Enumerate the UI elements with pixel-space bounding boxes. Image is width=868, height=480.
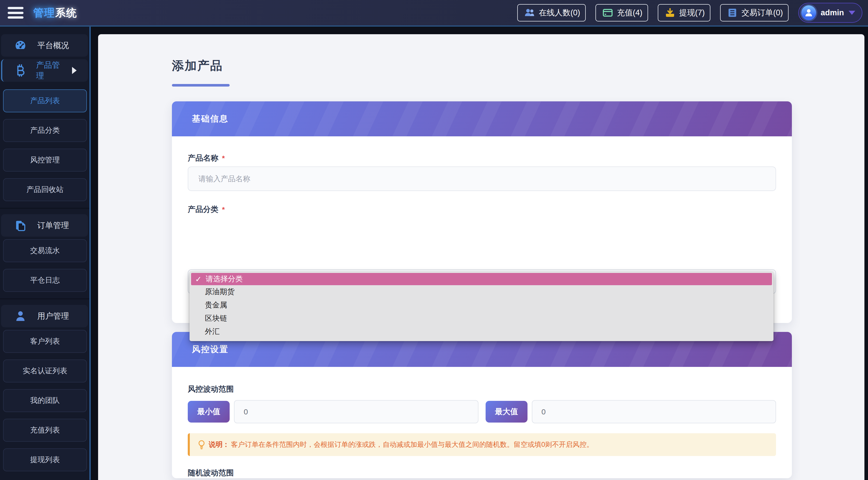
bulb-icon: [198, 440, 205, 450]
sidebar: 平台概况 产品管理 产品列表 产品分类 风: [0, 27, 91, 480]
recharge-label: 充值(4): [617, 7, 643, 18]
trade-orders-icon: [726, 8, 739, 18]
min-value-input[interactable]: [234, 400, 478, 423]
chevron-down-icon: [848, 11, 855, 15]
dropdown-option[interactable]: 原油期货: [190, 285, 774, 298]
risk-note-text: 说明：客户订单在条件范围内时，会根据订单的涨或跌，自动减或加最小值与最大值之间的…: [209, 440, 593, 450]
sidebar-item-label: 产品管理: [36, 60, 62, 81]
sidebar-subitem-label: 平仓日志: [30, 275, 60, 285]
hamburger-menu-icon[interactable]: [8, 7, 24, 19]
header-stats-group: 在线人数(0) 充值(4) 提现(7): [517, 3, 862, 23]
sidebar-item-product-category[interactable]: 产品分类: [3, 119, 87, 142]
app-logo: 管理系统: [33, 6, 77, 20]
sidebar-item-label: 平台概况: [37, 40, 69, 51]
required-asterisk: *: [222, 154, 225, 162]
max-value-input[interactable]: [532, 400, 776, 423]
product-name-input[interactable]: [188, 166, 776, 191]
max-value-button[interactable]: 最大值: [486, 401, 527, 422]
main-area: 添加产品 基础信息 产品名称 * 产品分类 *: [91, 27, 868, 480]
trade-orders-button[interactable]: 交易订单(0): [720, 4, 788, 22]
online-users-icon: [523, 8, 536, 17]
random-range-label: 随机波动范围: [188, 468, 776, 478]
sidebar-subitem-label: 充值列表: [30, 425, 60, 435]
sidebar-subitem-label: 客户列表: [30, 336, 60, 347]
dropdown-option[interactable]: 外汇: [190, 325, 774, 338]
logo-text-primary: 管理: [33, 7, 55, 19]
sidebar-subitem-label: 产品分类: [30, 125, 60, 135]
sidebar-subitem-label: 提现列表: [30, 455, 60, 465]
risk-settings-card: 风控设置 风控波动范围 最小值 最大值: [172, 332, 792, 478]
sidebar-scrollbar[interactable]: [89, 27, 91, 480]
basic-info-card-title: 基础信息: [192, 113, 228, 125]
top-header-bar: 管理系统 在线人数(0) 充值(4): [0, 0, 868, 27]
sidebar-item-trade-flow[interactable]: 交易流水: [3, 239, 87, 262]
product-category-select-wrap: ✓ 请选择分类 原油期货 贵金属 区块链 外汇: [188, 269, 776, 323]
risk-note-prefix: 说明：: [209, 441, 229, 448]
dropdown-option-selected[interactable]: ✓ 请选择分类: [191, 273, 772, 285]
sidebar-item-label: 订单管理: [37, 220, 69, 231]
sidebar-item-label: 用户管理: [37, 311, 69, 321]
files-icon: [14, 220, 27, 231]
sidebar-item-my-team[interactable]: 我的团队: [3, 389, 87, 412]
withdraw-button[interactable]: 提现(7): [658, 4, 710, 22]
risk-settings-card-title: 风控设置: [192, 344, 228, 355]
title-underline: [172, 84, 230, 87]
user-icon: [14, 311, 27, 321]
sidebar-subitem-label: 我的团队: [30, 395, 60, 406]
sidebar-item-product-management[interactable]: 产品管理: [1, 59, 88, 82]
sidebar-item-user-management[interactable]: 用户管理: [1, 305, 88, 327]
sidebar-subitem-label: 风控管理: [30, 155, 60, 165]
withdraw-label: 提现(7): [679, 7, 705, 18]
basic-info-card: 基础信息 产品名称 * 产品分类 *: [172, 101, 792, 323]
risk-range-row: 最小值 最大值: [188, 400, 776, 423]
content-panel: 添加产品 基础信息 产品名称 * 产品分类 *: [98, 34, 864, 480]
product-category-dropdown: ✓ 请选择分类 原油期货 贵金属 区块链 外汇: [190, 271, 774, 341]
checkmark-icon: ✓: [195, 275, 202, 284]
sidebar-subitem-label: 实名认证列表: [23, 366, 67, 376]
sidebar-item-close-position-log[interactable]: 平仓日志: [3, 269, 87, 292]
gauge-icon: [14, 40, 27, 51]
recharge-icon: [601, 8, 614, 17]
admin-username: admin: [821, 8, 844, 18]
risk-note: 说明：客户订单在条件范围内时，会根据订单的涨或跌，自动减或加最小值与最大值之间的…: [188, 433, 776, 456]
online-users-label: 在线人数(0): [539, 7, 580, 18]
withdraw-icon: [663, 8, 677, 18]
basic-info-card-header: 基础信息: [172, 101, 792, 136]
sidebar-divider: [0, 208, 91, 209]
product-category-label: 产品分类 *: [188, 204, 776, 215]
online-users-button[interactable]: 在线人数(0): [517, 4, 586, 22]
sidebar-item-recharge-list[interactable]: 充值列表: [3, 419, 87, 442]
risk-settings-card-body: 风控波动范围 最小值 最大值: [172, 367, 792, 478]
sidebar-subitem-label: 产品回收站: [27, 185, 64, 195]
bitcoin-icon: [15, 64, 26, 76]
app-body: 平台概况 产品管理 产品列表 产品分类 风: [0, 27, 868, 480]
sidebar-item-kyc-list[interactable]: 实名认证列表: [3, 359, 87, 382]
trade-orders-label: 交易订单(0): [742, 7, 783, 18]
product-name-label: 产品名称 *: [188, 153, 776, 163]
sidebar-item-order-management[interactable]: 订单管理: [1, 214, 88, 237]
min-value-button[interactable]: 最小值: [188, 401, 230, 422]
sidebar-item-customer-list[interactable]: 客户列表: [3, 330, 87, 353]
chevron-right-icon: [72, 67, 76, 74]
basic-info-card-body: 产品名称 * 产品分类 * ✓ 请选择分类: [172, 136, 792, 323]
sidebar-item-platform-overview[interactable]: 平台概况: [1, 34, 88, 57]
sidebar-item-product-list[interactable]: 产品列表: [3, 89, 87, 113]
sidebar-item-withdraw-list[interactable]: 提现列表: [3, 448, 87, 471]
sidebar-item-product-recycle[interactable]: 产品回收站: [3, 178, 87, 201]
logo-text-secondary: 系统: [55, 7, 77, 19]
risk-range-label: 风控波动范围: [188, 384, 776, 394]
admin-user-menu[interactable]: admin: [798, 3, 862, 23]
sidebar-divider: [0, 298, 91, 299]
recharge-button[interactable]: 充值(4): [595, 4, 648, 22]
required-asterisk: *: [222, 205, 225, 214]
page-title: 添加产品: [172, 58, 792, 74]
sidebar-item-risk-management[interactable]: 风控管理: [3, 149, 87, 171]
dropdown-option[interactable]: 贵金属: [190, 298, 774, 312]
sidebar-subitem-label: 交易流水: [30, 246, 60, 256]
avatar: [801, 5, 816, 20]
sidebar-subitem-label: 产品列表: [30, 96, 60, 106]
dropdown-option[interactable]: 区块链: [190, 312, 774, 325]
